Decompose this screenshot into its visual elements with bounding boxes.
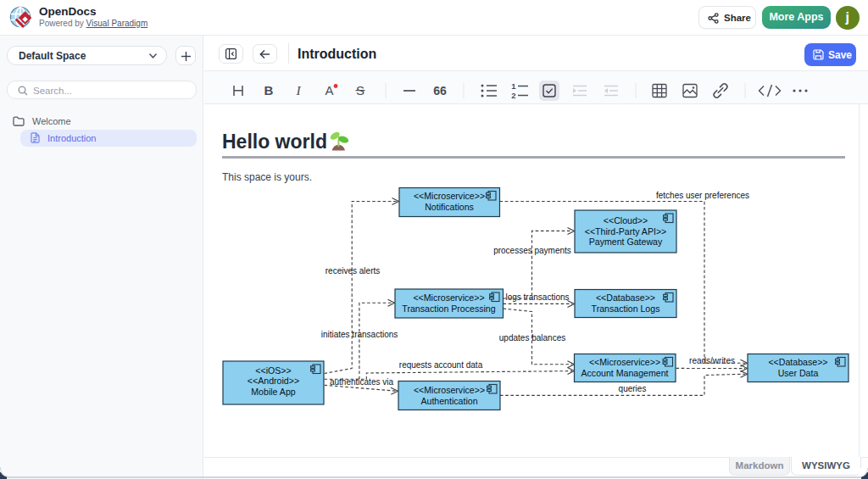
svg-text:<<Microservice>>: <<Microservice>> xyxy=(589,357,660,367)
svg-text:Payment Gateway: Payment Gateway xyxy=(589,237,663,247)
svg-text:User Data: User Data xyxy=(778,368,819,378)
svg-text:1: 1 xyxy=(511,81,516,91)
svg-text:Transaction Processing: Transaction Processing xyxy=(402,304,495,314)
svg-text:reads/writes: reads/writes xyxy=(689,356,735,365)
svg-text:<<iOS>>: <<iOS>> xyxy=(255,365,291,376)
svg-text:B: B xyxy=(264,83,274,97)
svg-text:I: I xyxy=(295,83,301,97)
svg-text:<<Database>>: <<Database>> xyxy=(596,292,655,303)
svg-text:requests account data: requests account data xyxy=(399,360,483,370)
svg-text:66: 66 xyxy=(433,84,447,97)
svg-text:queries: queries xyxy=(619,384,647,393)
svg-text:<<Third-Party API>>: <<Third-Party API>> xyxy=(585,226,667,237)
svg-text:Authentication: Authentication xyxy=(420,396,477,406)
svg-text:logs transactions: logs transactions xyxy=(505,292,569,302)
svg-text:fetches user preferences: fetches user preferences xyxy=(656,191,749,200)
svg-text:<<Android>>: <<Android>> xyxy=(248,376,299,386)
svg-text:<<Microservice>>: <<Microservice>> xyxy=(414,385,485,395)
svg-text:<<Microservice>>: <<Microservice>> xyxy=(414,191,485,201)
svg-text:Notifications: Notifications xyxy=(425,202,474,212)
svg-text:authenticates via: authenticates via xyxy=(330,377,393,387)
svg-text:Mobile App: Mobile App xyxy=(251,387,296,397)
svg-text:receives alerts: receives alerts xyxy=(326,266,380,276)
svg-text:Transaction Logs: Transaction Logs xyxy=(592,304,660,314)
svg-text:Account Management: Account Management xyxy=(581,368,668,378)
svg-text:<<Cloud>>: <<Cloud>> xyxy=(604,215,648,226)
svg-text:<<Database>>: <<Database>> xyxy=(768,357,827,367)
svg-text:<<Microservice>>: <<Microservice>> xyxy=(413,292,484,303)
svg-text:2: 2 xyxy=(511,91,515,100)
svg-text:A: A xyxy=(325,83,333,97)
